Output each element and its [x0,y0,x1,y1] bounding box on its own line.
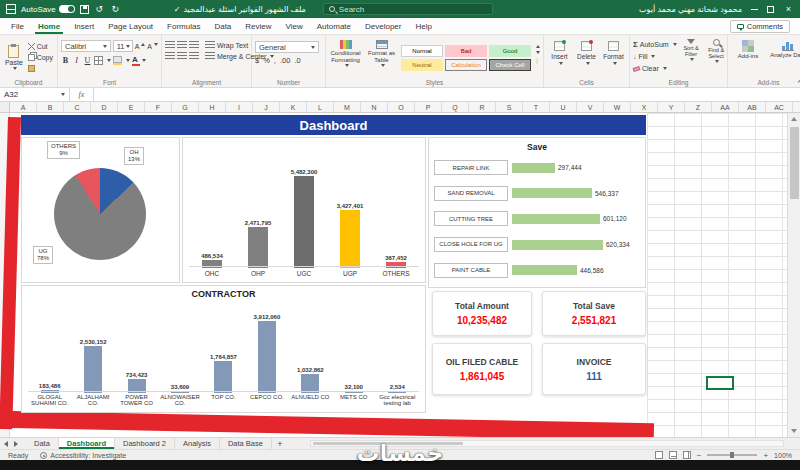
name-box[interactable]: A32 [0,88,70,101]
column-bar[interactable] [214,361,232,393]
ribbon-tab-file[interactable]: File [4,18,31,34]
column-header-d[interactable]: D [91,102,118,112]
format-painter-button[interactable] [27,63,54,73]
card-total-save[interactable]: Total Save2,551,821 [542,291,646,336]
underline-button[interactable]: U [83,55,92,66]
column-header-v[interactable]: V [577,102,604,112]
column-header-m[interactable]: M [334,102,361,112]
delete-cells-button[interactable]: Delete [574,41,599,65]
italic-button[interactable]: I [72,55,81,66]
sheet-tab-data[interactable]: Data [26,438,59,449]
zoom-slider[interactable] [707,454,757,456]
sort-filter-button[interactable]: Sort & Filter [680,39,703,74]
page-layout-view-icon[interactable] [669,451,677,459]
ribbon-tab-formulas[interactable]: Formulas [160,18,207,34]
column-bar[interactable] [388,391,406,393]
sheet-tab-analysis[interactable]: Analysis [175,438,220,449]
new-sheet-button[interactable]: + [272,438,288,449]
column-header-r[interactable]: R [469,102,496,112]
format-as-table-button[interactable]: Format as Table [365,40,398,67]
column-header-i[interactable]: I [226,102,253,112]
clear-button[interactable]: Clear [633,63,677,74]
undo-icon[interactable]: ↺ [94,4,105,14]
gallery-up-icon[interactable] [536,45,540,48]
column-bar[interactable] [386,262,406,268]
column-header-h[interactable]: H [199,102,226,112]
column-header-u[interactable]: U [550,102,577,112]
scroll-up-icon[interactable] [791,117,797,121]
column-header-p[interactable]: P [415,102,442,112]
ribbon-tab-help[interactable]: Help [408,18,438,34]
align-left-icon[interactable] [165,52,175,60]
column-bar[interactable] [248,227,268,268]
conditional-formatting-button[interactable]: Conditional Formatting [329,40,362,67]
normal-view-icon[interactable] [655,451,663,459]
column-bar[interactable] [171,391,189,393]
column-bar[interactable] [301,374,319,393]
column-header-l[interactable]: L [307,102,334,112]
save-bar[interactable] [512,240,603,250]
align-top-icon[interactable] [165,41,175,49]
cell-style-normal[interactable]: Normal [401,45,443,57]
column-bar[interactable] [345,391,363,393]
autosave-toggle[interactable]: AutoSave [21,5,75,14]
column-header-x[interactable]: X [631,102,658,112]
user-name[interactable]: محمود شحاتة مهني محمد أيوب [639,5,742,14]
percent-format-icon[interactable]: % [263,56,270,65]
card-oil-filed-cable[interactable]: OIL FILED CABLE1,861,045 [432,343,532,395]
vertical-scrollbar[interactable] [787,113,800,437]
select-all-corner[interactable] [0,102,10,112]
pie-chart-panel[interactable]: OH13%UG78%OTHERS9% [21,137,180,283]
column-header-k[interactable]: K [280,102,307,112]
column-header-g[interactable]: G [172,102,199,112]
column-bar[interactable] [294,176,314,268]
ribbon-tab-automate[interactable]: Automate [310,18,358,34]
number-format-select[interactable]: General [255,41,319,53]
column-header-y[interactable]: Y [658,102,685,112]
zoom-out-icon[interactable]: − [697,451,702,460]
decrease-decimal-icon[interactable]: .0 [294,56,300,65]
zoom-level[interactable]: 100% [774,452,792,459]
sheet-nav-left-icon[interactable] [4,441,8,447]
align-middle-icon[interactable] [177,41,187,49]
comments-button[interactable]: Comments [730,20,790,33]
ribbon-tab-review[interactable]: Review [238,18,278,34]
bold-button[interactable]: B [61,55,70,66]
minimize-button[interactable] [751,9,758,10]
zoom-slider-knob[interactable] [730,452,734,458]
column-bar[interactable] [202,260,222,268]
column-header-z[interactable]: Z [685,102,712,112]
column-bar[interactable] [41,390,59,393]
column-header-o[interactable]: O [388,102,415,112]
increase-decimal-icon[interactable]: .00 [280,56,290,65]
ribbon-tab-page-layout[interactable]: Page Layout [101,18,160,34]
save-bar[interactable] [512,188,592,198]
wrap-text-button[interactable]: Wrap Text [205,41,248,49]
column-header-ab[interactable]: AB [739,102,766,112]
cell-style-neutral[interactable]: Neutral [401,59,443,71]
save-bar[interactable] [512,265,577,275]
analyze-data-button[interactable]: Analyze Data [770,40,800,60]
vertical-scroll-thumb[interactable] [790,127,799,199]
ribbon-tab-view[interactable]: View [279,18,310,34]
column-header-c[interactable]: C [64,102,91,112]
align-center-icon[interactable] [177,52,187,60]
column-header-s[interactable]: S [496,102,523,112]
column-header-e[interactable]: E [118,102,145,112]
accessibility-checker[interactable]: Accessibility: Investigate [40,452,126,459]
ribbon-tab-developer[interactable]: Developer [358,18,408,34]
column-header-ac[interactable]: AC [766,102,793,112]
font-name-select[interactable]: Calibri [61,40,111,52]
column-header-w[interactable]: W [604,102,631,112]
cell-style-calculation[interactable]: Calculation [445,59,487,71]
insert-cells-button[interactable]: Insert [547,41,572,65]
borders-icon[interactable] [94,56,103,65]
column-bar[interactable] [258,321,276,393]
contractor-chart-panel[interactable]: CONTRACTOR 183,486GLOGAL SUHAIMI CO.2,53… [21,285,426,413]
ribbon-tab-insert[interactable]: Insert [67,18,101,34]
zoom-in-icon[interactable]: + [763,451,768,460]
fill-button[interactable]: ↓Fill [633,51,677,62]
formula-input[interactable] [94,88,800,101]
cell-style-bad[interactable]: Bad [445,45,487,57]
increase-font-icon[interactable]: A [135,43,146,50]
